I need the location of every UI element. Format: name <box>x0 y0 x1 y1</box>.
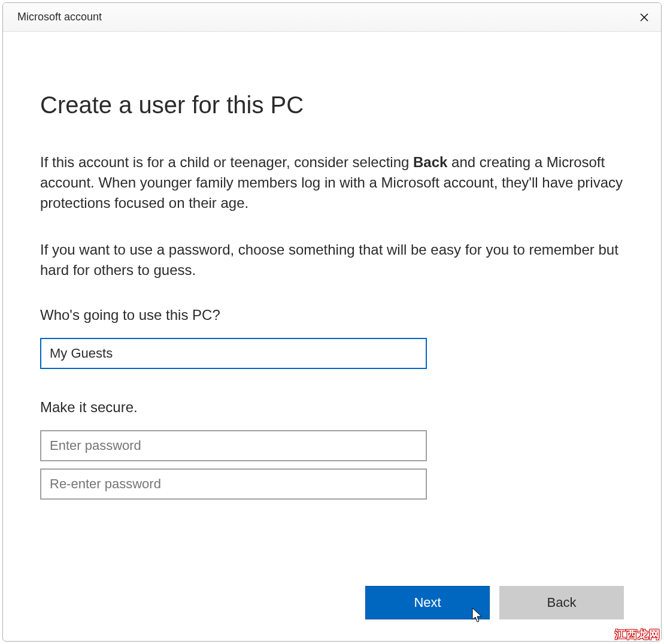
next-button[interactable]: Next <box>365 586 490 619</box>
close-icon <box>639 13 649 22</box>
username-group: Who's going to use this PC? <box>40 307 624 376</box>
back-button[interactable]: Back <box>499 586 624 619</box>
page-heading: Create a user for this PC <box>40 92 624 119</box>
info-paragraph-2: If you want to use a password, choose so… <box>40 240 624 280</box>
watermark: 江西龙网 <box>615 627 660 642</box>
info-paragraph-1-bold: Back <box>413 154 447 170</box>
info-paragraph-1-prefix: If this account is for a child or teenag… <box>40 154 413 170</box>
close-button[interactable] <box>627 3 661 32</box>
button-bar: Next Back <box>365 586 624 619</box>
username-label: Who's going to use this PC? <box>40 307 624 323</box>
window-title: Microsoft account <box>17 11 102 23</box>
username-input[interactable] <box>40 338 427 369</box>
titlebar: Microsoft account <box>3 3 661 32</box>
password-section-label: Make it secure. <box>40 399 624 416</box>
password-group: Make it secure. <box>40 399 624 507</box>
content-area: Create a user for this PC If this accoun… <box>3 32 661 641</box>
password-input[interactable] <box>40 430 427 461</box>
password-confirm-input[interactable] <box>40 468 427 500</box>
info-paragraph-1: If this account is for a child or teenag… <box>40 152 624 213</box>
